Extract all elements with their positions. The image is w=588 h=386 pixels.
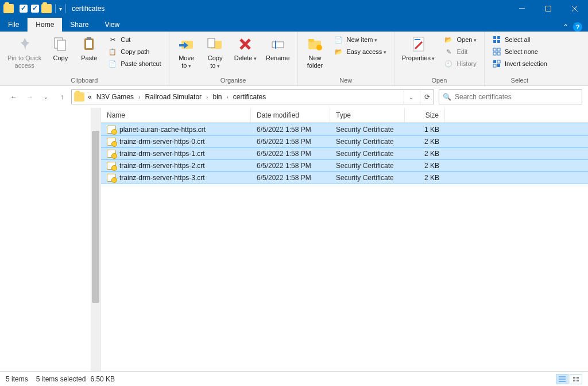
qat-properties-icon[interactable] xyxy=(20,5,28,13)
svg-rect-5 xyxy=(57,40,65,50)
file-list: Name Date modified Type Size planet-aura… xyxy=(101,108,588,371)
easy-access-icon: 📂 xyxy=(334,47,343,56)
invert-selection-button[interactable]: Invert selection xyxy=(489,58,550,69)
file-type: Security Certificate xyxy=(330,174,405,182)
table-row[interactable]: trainz-drm-server-https-1.crt6/5/2022 1:… xyxy=(101,147,588,159)
column-header-type[interactable]: Type xyxy=(330,108,405,122)
ribbon-collapse-icon[interactable]: ⌃ xyxy=(563,23,568,31)
search-input[interactable] xyxy=(455,93,578,101)
file-type: Security Certificate xyxy=(330,126,405,134)
details-view-button[interactable] xyxy=(556,374,568,384)
address-bar-row: ← → ⌄ ↑ « N3V Games› Railroad Simulator›… xyxy=(0,86,588,108)
back-button[interactable]: ← xyxy=(7,90,21,104)
refresh-button[interactable]: ⟳ xyxy=(420,90,434,104)
paste-shortcut-button[interactable]: 📄Paste shortcut xyxy=(105,58,164,69)
recent-locations-button[interactable]: ⌄ xyxy=(39,90,53,104)
certificate-icon xyxy=(107,150,116,158)
file-name: trainz-drm-server-https-1.crt xyxy=(119,150,205,158)
cut-button[interactable]: ✂Cut xyxy=(105,34,164,45)
history-button[interactable]: 🕘History xyxy=(441,58,479,69)
breadcrumb[interactable]: « xyxy=(87,93,93,101)
file-name: trainz-drm-server-https-0.crt xyxy=(119,138,205,146)
svg-rect-37 xyxy=(577,377,579,379)
open-button[interactable]: 📂Open xyxy=(441,34,479,45)
breadcrumb[interactable]: certificates xyxy=(232,93,267,101)
rename-button[interactable]: Rename xyxy=(262,33,294,64)
file-name: trainz-drm-server-https-2.crt xyxy=(119,162,205,170)
table-row[interactable]: planet-auran-cache-https.crt6/5/2022 1:5… xyxy=(101,123,588,135)
svg-rect-7 xyxy=(86,40,92,48)
status-selection-size: 6.50 KB xyxy=(90,375,115,383)
maximize-button[interactable] xyxy=(535,0,562,17)
file-size: 2 KB xyxy=(405,162,445,170)
select-all-button[interactable]: Select all xyxy=(489,34,550,45)
group-open: Properties 📂Open ✎Edit 🕘History Open xyxy=(394,32,485,85)
tab-share[interactable]: Share xyxy=(62,18,96,32)
minimize-button[interactable] xyxy=(509,0,535,17)
file-date: 6/5/2022 1:58 PM xyxy=(251,126,330,134)
qat-dropdown-icon[interactable]: ▾ xyxy=(59,6,62,12)
navigation-pane[interactable] xyxy=(0,108,101,371)
file-type: Security Certificate xyxy=(330,150,405,158)
breadcrumb[interactable]: N3V Games xyxy=(95,93,135,101)
new-folder-button[interactable]: New folder xyxy=(301,33,329,72)
ribbon: Pin to Quick access Copy Paste ✂Cut 📋Cop… xyxy=(0,32,588,86)
table-row[interactable]: trainz-drm-server-https-0.crt6/5/2022 1:… xyxy=(101,135,588,147)
large-icons-view-button[interactable] xyxy=(570,374,582,384)
table-row[interactable]: trainz-drm-server-https-3.crt6/5/2022 1:… xyxy=(101,171,588,184)
svg-rect-36 xyxy=(573,377,575,379)
delete-button[interactable]: Delete xyxy=(230,33,261,65)
svg-rect-23 xyxy=(493,40,496,43)
search-box[interactable]: 🔍 xyxy=(439,89,582,104)
breadcrumb[interactable]: Railroad Simulator xyxy=(144,93,203,101)
column-headers: Name Date modified Type Size xyxy=(101,108,588,123)
easy-access-button[interactable]: 📂Easy access xyxy=(331,46,389,57)
copy-button[interactable]: Copy xyxy=(47,33,74,64)
move-to-button[interactable]: Move to xyxy=(173,33,200,72)
copy-path-button[interactable]: 📋Copy path xyxy=(105,46,164,57)
address-bar[interactable]: « N3V Games› Railroad Simulator› bin› ce… xyxy=(71,89,434,104)
breadcrumb[interactable]: bin xyxy=(211,93,223,101)
search-icon: 🔍 xyxy=(443,93,451,101)
column-header-date[interactable]: Date modified xyxy=(251,108,330,122)
edit-icon: ✎ xyxy=(444,47,453,56)
up-button[interactable]: ↑ xyxy=(55,90,69,104)
copy-to-button[interactable]: Copy to xyxy=(202,33,229,72)
scrollbar-thumb[interactable] xyxy=(92,131,99,303)
column-header-size[interactable]: Size xyxy=(405,108,445,122)
chevron-right-icon[interactable]: › xyxy=(225,94,229,100)
tab-home[interactable]: Home xyxy=(28,18,62,32)
tab-file[interactable]: File xyxy=(0,18,28,32)
properties-button[interactable]: Properties xyxy=(398,33,439,65)
paste-button[interactable]: Paste xyxy=(75,33,103,64)
edit-button[interactable]: ✎Edit xyxy=(441,46,479,57)
svg-rect-31 xyxy=(493,64,496,67)
table-row[interactable]: trainz-drm-server-https-2.crt6/5/2022 1:… xyxy=(101,159,588,171)
qat-newfolder-icon[interactable] xyxy=(31,5,39,13)
new-item-icon: 📄 xyxy=(334,35,343,44)
content-area: Name Date modified Type Size planet-aura… xyxy=(0,108,588,371)
tab-view[interactable]: View xyxy=(96,18,127,32)
address-dropdown-button[interactable]: ⌄ xyxy=(404,90,417,104)
move-to-icon xyxy=(177,35,196,53)
chevron-right-icon[interactable]: › xyxy=(205,94,209,100)
new-item-button[interactable]: 📄New item xyxy=(331,34,389,45)
history-icon: 🕘 xyxy=(444,59,453,68)
svg-rect-11 xyxy=(208,38,215,48)
scrollbar[interactable] xyxy=(91,108,100,371)
pin-to-quick-access-button[interactable]: Pin to Quick access xyxy=(3,33,45,72)
file-size: 2 KB xyxy=(405,174,445,182)
column-header-name[interactable]: Name xyxy=(101,108,251,122)
scissors-icon: ✂ xyxy=(108,35,117,44)
copy-to-icon xyxy=(206,35,225,53)
help-icon[interactable]: ? xyxy=(573,22,582,32)
file-date: 6/5/2022 1:58 PM xyxy=(251,162,330,170)
select-none-button[interactable]: Select none xyxy=(489,46,550,57)
paste-icon xyxy=(80,35,98,53)
certificate-icon xyxy=(107,126,116,134)
chevron-right-icon[interactable]: › xyxy=(137,94,141,100)
forward-button[interactable]: → xyxy=(23,90,37,104)
close-button[interactable] xyxy=(562,0,588,17)
invert-selection-icon xyxy=(492,59,501,68)
certificate-icon xyxy=(107,162,116,170)
